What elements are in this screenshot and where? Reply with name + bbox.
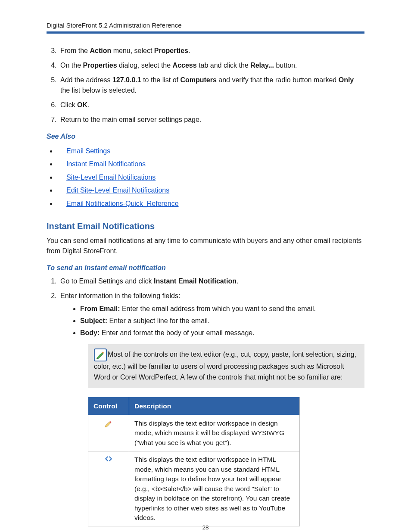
note-pencil-icon: [94, 348, 107, 361]
note-box: Most of the controls on the text editor …: [88, 344, 364, 388]
list-item: Email Notifications-Quick_Reference: [57, 197, 364, 210]
th-description: Description: [129, 397, 300, 415]
page-number: 28: [0, 524, 411, 531]
steps-list-lower: Go to Email Settings and click Instant E…: [47, 276, 364, 527]
step-1-lower: Go to Email Settings and click Instant E…: [59, 276, 364, 286]
th-control: Control: [88, 397, 129, 415]
step-2-lower: Enter information in the following field…: [59, 291, 364, 527]
steps-list-upper: From the Action menu, select Properties.…: [47, 46, 364, 125]
html-mode-desc: This displays the text editor workspace …: [129, 451, 300, 526]
fields-list: From Email: Enter the email address from…: [60, 304, 364, 338]
step-3: From the Action menu, select Properties.: [59, 46, 364, 56]
link-instant-email-notifications[interactable]: Instant Email Notifications: [66, 160, 146, 168]
link-email-notifications-quick-reference[interactable]: Email Notifications-Quick_Reference: [66, 200, 179, 207]
field-body: Body: Enter and format the body of your …: [80, 328, 364, 338]
doc-header-title: Digital StoreFront 5.2 Administration Re…: [47, 22, 364, 29]
design-mode-desc: This displays the text editor workspace …: [129, 415, 300, 451]
see-also-list: Email Settings Instant Email Notificatio…: [47, 145, 364, 210]
link-site-level-email-notifications[interactable]: Site-Level Email Notifications: [66, 174, 156, 181]
list-item: Site-Level Email Notifications: [57, 171, 364, 184]
step-7: Return to the main email server settings…: [59, 115, 364, 125]
step-4: On the Properties dialog, select the Acc…: [59, 60, 364, 71]
list-item: Instant Email Notifications: [57, 158, 364, 171]
note-text: Most of the controls on the text editor …: [94, 351, 356, 381]
link-email-settings[interactable]: Email Settings: [66, 147, 110, 155]
table-row: This displays the text editor workspace …: [88, 415, 300, 451]
html-mode-icon: [88, 451, 129, 526]
link-edit-site-level-email-notifications[interactable]: Edit Site-Level Email Notifications: [66, 187, 169, 194]
section-heading-instant-email: Instant Email Notifications: [47, 221, 364, 231]
see-also-heading: See Also: [47, 133, 364, 140]
footer-rule: [47, 521, 364, 521]
field-from-email: From Email: Enter the email address from…: [80, 304, 364, 314]
section-intro: You can send email notifications at any …: [47, 236, 364, 256]
step-5: Add the address 127.0.0.1 to the list of…: [59, 75, 364, 96]
subsection-heading: To send an instant email notification: [47, 264, 364, 272]
header-rule: [47, 31, 364, 34]
list-item: Edit Site-Level Email Notifications: [57, 184, 364, 197]
list-item: Email Settings: [57, 145, 364, 158]
table-row: This displays the text editor workspace …: [88, 451, 300, 526]
step-6: Click OK.: [59, 100, 364, 110]
field-subject: Subject: Enter a subject line for the em…: [80, 316, 364, 326]
design-mode-icon: [88, 415, 129, 451]
controls-table: Control Description This displays the te…: [88, 397, 300, 527]
